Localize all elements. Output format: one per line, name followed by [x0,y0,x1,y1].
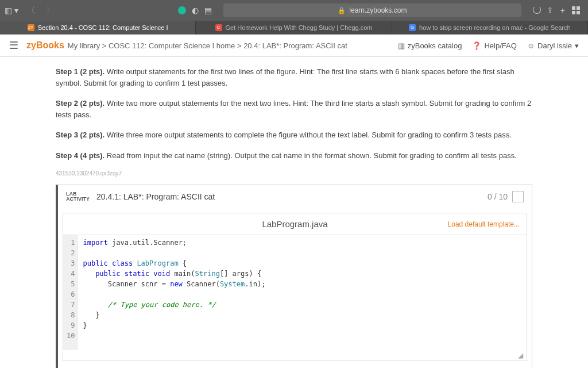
activity-id: 431530.2302470.qx3zqy7 [56,170,532,177]
user-menu[interactable]: ☺Daryl issie ▾ [527,41,579,50]
line-gutter: 12345678910 [63,235,78,350]
shield-icon[interactable]: ◐ [192,6,199,15]
activity-title: 20.4.1: LAB*: Program: ASCII cat [96,192,215,201]
back-button[interactable]: 〈 [24,5,38,17]
tab-1[interactable]: CGet Homework Help With Chegg Study | Ch… [196,21,392,34]
lock-icon: 🔒 [338,7,346,14]
reload-icon[interactable] [533,6,541,16]
mode-bar: Develop mode Submit mode Run your progra… [58,366,532,368]
step-3: Step 3 (2 pts). Write three more output … [56,129,532,141]
breadcrumb[interactable]: My library > COSC 112: Computer Science … [68,41,347,50]
code-editor: LabProgram.java Load default template...… [63,213,527,361]
menu-icon[interactable]: ☰ [9,39,18,52]
tab-label: how to stop screen recording on mac - Go… [419,24,571,31]
google-favicon: G [409,24,416,31]
address-bar[interactable]: 🔒 learn.zybooks.com [223,3,521,17]
help-icon: ❓ [472,41,481,50]
activity-header: LAB ACTIVITY 20.4.1: LAB*: Program: ASCI… [58,185,532,208]
url-text: learn.zybooks.com [349,6,407,14]
user-icon: ☺ [527,41,535,50]
lab-activity: LAB ACTIVITY 20.4.1: LAB*: Program: ASCI… [56,185,532,368]
file-header: LabProgram.java Load default template... [63,213,527,235]
grammarly-icon[interactable] [178,6,186,14]
activity-score: 0 / 10 [488,191,524,202]
step-1: Step 1 (2 pts). Write output statements … [56,66,532,89]
catalog-link[interactable]: ▥zyBooks catalog [398,41,462,50]
code-text[interactable]: import java.util.Scanner; public class L… [78,235,527,350]
file-name: LabProgram.java [262,219,327,229]
tab-label: Section 20.4 - COSC 112: Computer Scienc… [38,24,168,31]
step-2: Step 2 (2 pts). Write two more output st… [56,98,532,120]
code-area[interactable]: 12345678910 import java.util.Scanner; pu… [63,235,527,350]
tab-0[interactable]: zYSection 20.4 - COSC 112: Computer Scie… [0,21,196,34]
tab-2[interactable]: Ghow to stop screen recording on mac - G… [392,21,588,34]
sidebar-toggle-icon[interactable]: ▥ ▾ [5,6,18,15]
tab-label: Get Homework Help With Chegg Study | Che… [226,24,373,31]
score-box-icon[interactable] [512,191,524,202]
resize-handle[interactable]: ◢ [63,350,527,361]
step-4: Step 4 (4 pts). Read from input the cat … [56,150,532,162]
help-link[interactable]: ❓Help/FAQ [472,41,516,50]
main-content: Step 1 (2 pts). Write output statements … [44,57,544,368]
chegg-favicon: C [215,24,222,31]
activity-type-label: LAB ACTIVITY [66,191,90,202]
app-header: ☰ zyBooks My library > COSC 112: Compute… [0,34,588,57]
catalog-icon: ▥ [398,41,405,50]
share-icon[interactable]: ⇪ [547,6,554,15]
brand-logo[interactable]: zyBooks [26,40,64,51]
tabs-overview-icon[interactable] [572,6,580,14]
load-template-link[interactable]: Load default template... [448,220,520,228]
new-tab-icon[interactable]: + [560,6,565,15]
reader-icon[interactable]: ▤ [204,6,212,15]
browser-toolbar: ▥ ▾ 〈 〉 ◐ ▤ 🔒 learn.zybooks.com ⇪ + [0,0,588,21]
browser-tabs: zYSection 20.4 - COSC 112: Computer Scie… [0,21,588,34]
zybooks-favicon: zY [28,24,34,31]
forward-button: 〉 [44,5,57,17]
